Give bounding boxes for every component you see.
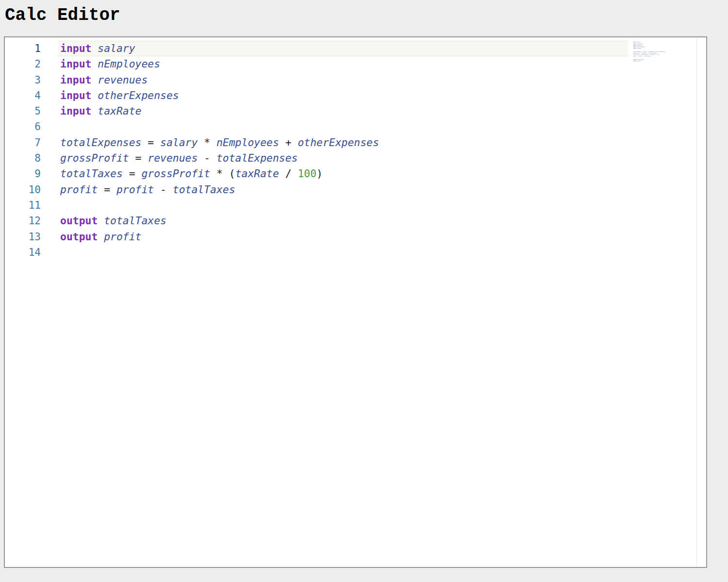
code-line[interactable]: 3input revenues (5, 72, 696, 88)
minimap[interactable]: input salaryinput nEmployeesinput revenu… (628, 37, 696, 69)
code-line[interactable]: 4input otherExpenses (5, 88, 696, 103)
code-line[interactable]: 14 (5, 245, 696, 260)
code-text: input otherExpenses (58, 88, 696, 103)
line-number: 1 (5, 41, 58, 56)
line-number: 8 (5, 150, 58, 166)
code-line[interactable]: 7totalExpenses = salary * nEmployees + o… (5, 135, 696, 150)
code-text: input taxRate (58, 103, 696, 119)
code-text: input revenues (58, 72, 696, 88)
code-line[interactable]: 8grossProfit = revenues - totalExpenses (5, 150, 696, 166)
code-line[interactable]: 12output totalTaxes (5, 213, 696, 229)
page-title: Calc Editor (0, 0, 728, 26)
code-line[interactable]: 1input salary (5, 41, 696, 56)
line-number: 2 (5, 56, 58, 72)
scrollbar-track (696, 37, 706, 567)
line-number: 4 (5, 88, 58, 103)
code-text: totalTaxes = grossProfit * (taxRate / 10… (58, 166, 696, 182)
code-text (58, 119, 696, 134)
code-line[interactable]: 6 (5, 119, 696, 134)
code-line[interactable]: 2input nEmployees (5, 56, 696, 72)
code-line[interactable]: 5input taxRate (5, 103, 696, 119)
code-text: input salary (58, 41, 696, 56)
line-number: 11 (5, 198, 58, 213)
line-number: 14 (5, 245, 58, 260)
line-number: 6 (5, 119, 58, 134)
editor-lines[interactable]: 1input salary2input nEmployees3input rev… (5, 41, 696, 260)
code-editor[interactable]: 1input salary2input nEmployees3input rev… (4, 36, 707, 568)
line-number: 5 (5, 103, 58, 119)
code-line[interactable]: 10profit = profit - totalTaxes (5, 182, 696, 198)
code-text: output profit (58, 229, 696, 245)
line-number: 12 (5, 213, 58, 229)
code-text: grossProfit = revenues - totalExpenses (58, 150, 696, 166)
line-number: 3 (5, 72, 58, 88)
code-line[interactable]: 13output profit (5, 229, 696, 245)
line-number: 10 (5, 182, 58, 198)
code-text: output totalTaxes (58, 213, 696, 229)
code-text (58, 198, 696, 213)
line-number: 7 (5, 135, 58, 150)
code-text: input nEmployees (58, 56, 696, 72)
code-text: totalExpenses = salary * nEmployees + ot… (58, 135, 696, 150)
line-number: 9 (5, 166, 58, 182)
minimap-content: input salaryinput nEmployeesinput revenu… (633, 41, 696, 63)
line-number: 13 (5, 229, 58, 245)
minimap-line (633, 62, 696, 63)
code-text (58, 245, 696, 260)
code-line[interactable]: 11 (5, 198, 696, 213)
code-line[interactable]: 9totalTaxes = grossProfit * (taxRate / 1… (5, 166, 696, 182)
code-text: profit = profit - totalTaxes (58, 182, 696, 198)
code-text (633, 62, 696, 63)
